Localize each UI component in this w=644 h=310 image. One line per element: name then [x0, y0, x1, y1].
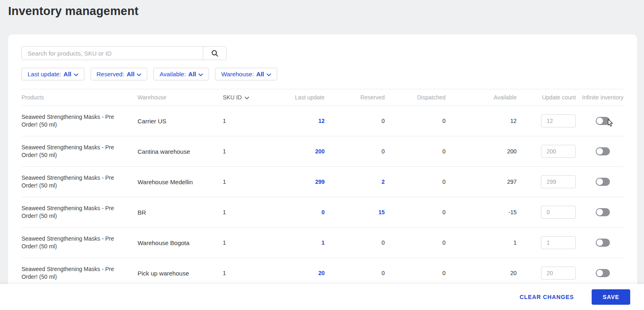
filter-label: Warehouse: — [221, 71, 254, 78]
product-name: Seaweed Strengthening Masks - Pre Order!… — [22, 235, 138, 250]
filter-reserved[interactable]: Reserved: All — [90, 68, 148, 80]
infinite-inventory-toggle[interactable] — [596, 147, 610, 155]
table-row: Seaweed Strengthening Masks - Pre Order!… — [22, 258, 624, 288]
product-name: Seaweed Strengthening Masks - Pre Order!… — [22, 265, 138, 281]
table-row: Seaweed Strengthening Masks - Pre Order!… — [22, 136, 624, 167]
available-value: -15 — [448, 209, 519, 215]
available-value: 297 — [448, 179, 519, 185]
column-header-reserved: Reserved — [329, 94, 388, 101]
filter-available[interactable]: Available: All — [153, 68, 209, 80]
reserved-value: 15 — [329, 209, 388, 215]
action-footer: CLEAR CHANGES SAVE — [0, 284, 644, 310]
infinite-inventory-toggle[interactable] — [596, 178, 610, 186]
warehouse-name: Warehouse Bogota — [138, 239, 223, 246]
table-row: Seaweed Strengthening Masks - Pre Order!… — [22, 106, 624, 136]
sku-id-value: 1 — [223, 209, 260, 215]
filter-label: Reserved: — [97, 71, 124, 78]
update-count-input[interactable] — [541, 206, 576, 219]
warehouse-name: BR — [138, 209, 223, 216]
toggle-knob — [597, 118, 603, 124]
sort-chevron-down-icon — [245, 94, 249, 101]
reserved-value: 0 — [329, 148, 388, 155]
update-count-input[interactable] — [541, 236, 576, 249]
sku-id-value: 1 — [223, 270, 260, 276]
infinite-inventory-toggle[interactable] — [596, 269, 610, 277]
column-header-update-count: Update count — [519, 94, 576, 101]
column-header-last-update: Last update — [260, 94, 329, 101]
filter-value: All — [188, 71, 196, 78]
reserved-value: 0 — [329, 239, 388, 246]
column-header-sku-id[interactable]: SKU ID — [223, 94, 260, 101]
column-header-sku-id-label: SKU ID — [223, 94, 242, 101]
search-bar — [22, 46, 226, 60]
inventory-table: Products Warehouse SKU ID Last update Re… — [22, 89, 624, 288]
page-title: Inventory management — [0, 0, 644, 18]
filter-value: All — [64, 71, 71, 78]
dispatched-value: 0 — [388, 209, 448, 215]
last-update-value: 299 — [260, 179, 329, 185]
search-button[interactable] — [203, 47, 226, 60]
filter-value: All — [256, 71, 264, 78]
toggle-knob — [597, 239, 603, 246]
chevron-down-icon — [137, 71, 141, 78]
sku-id-value: 1 — [223, 118, 260, 124]
sku-id-value: 1 — [223, 148, 260, 155]
available-value: 200 — [448, 148, 519, 155]
update-count-input[interactable] — [541, 114, 576, 127]
dispatched-value: 0 — [388, 270, 448, 276]
available-value: 20 — [448, 270, 519, 276]
reserved-value: 0 — [329, 270, 388, 276]
table-row: Seaweed Strengthening Masks - Pre Order!… — [22, 228, 624, 258]
table-row: Seaweed Strengthening Masks - Pre Order!… — [22, 167, 624, 197]
sku-id-value: 1 — [223, 239, 260, 246]
toggle-knob — [597, 270, 603, 276]
reserved-value: 0 — [329, 118, 388, 124]
reserved-value: 2 — [329, 179, 388, 185]
dispatched-value: 0 — [388, 148, 448, 155]
product-name: Seaweed Strengthening Masks - Pre Order!… — [22, 174, 138, 189]
toggle-knob — [597, 179, 603, 185]
filter-value: All — [127, 71, 134, 78]
table-body: Seaweed Strengthening Masks - Pre Order!… — [22, 106, 624, 288]
column-header-dispatched: Dispatched — [388, 94, 448, 101]
toggle-knob — [597, 209, 603, 215]
filter-label: Last update: — [28, 71, 61, 78]
infinite-inventory-toggle[interactable] — [596, 117, 610, 125]
warehouse-name: Carrier US — [138, 118, 223, 125]
filter-bar: Last update: All Reserved: All Available… — [22, 68, 624, 80]
warehouse-name: Pick up warehouse — [138, 270, 223, 277]
infinite-inventory-toggle[interactable] — [596, 239, 610, 247]
warehouse-name: Cantina warehouse — [138, 148, 223, 155]
clear-changes-button[interactable]: CLEAR CHANGES — [519, 294, 574, 300]
last-update-value: 200 — [260, 148, 329, 155]
infinite-inventory-toggle[interactable] — [596, 208, 610, 216]
inventory-card: Last update: All Reserved: All Available… — [8, 34, 637, 288]
toggle-knob — [597, 148, 603, 155]
update-count-input[interactable] — [541, 267, 576, 280]
table-row: Seaweed Strengthening Masks - Pre Order!… — [22, 197, 624, 228]
product-name: Seaweed Strengthening Masks - Pre Order!… — [22, 144, 138, 159]
chevron-down-icon — [74, 71, 78, 78]
column-header-products: Products — [22, 94, 138, 101]
last-update-value: 20 — [260, 270, 329, 276]
save-button[interactable]: SAVE — [592, 289, 630, 305]
search-icon — [211, 50, 219, 57]
last-update-value: 12 — [260, 118, 329, 124]
dispatched-value: 0 — [388, 239, 448, 246]
dispatched-value: 0 — [388, 118, 448, 124]
column-header-infinite-inventory: Infinite inventory — [576, 94, 624, 101]
chevron-down-icon — [198, 71, 203, 78]
update-count-input[interactable] — [541, 145, 576, 158]
product-name: Seaweed Strengthening Masks - Pre Order!… — [22, 205, 138, 220]
filter-warehouse[interactable]: Warehouse: All — [215, 68, 277, 80]
available-value: 12 — [448, 118, 519, 124]
update-count-input[interactable] — [541, 175, 576, 188]
filter-last-update[interactable]: Last update: All — [22, 68, 84, 80]
column-header-available: Available — [448, 94, 519, 101]
column-header-warehouse: Warehouse — [138, 94, 223, 101]
search-input[interactable] — [22, 47, 203, 60]
filter-label: Available: — [159, 71, 186, 78]
warehouse-name: Warehouse Medellin — [138, 179, 223, 185]
product-name: Seaweed Strengthening Masks - Pre Order!… — [22, 113, 138, 129]
last-update-value: 1 — [260, 239, 329, 246]
